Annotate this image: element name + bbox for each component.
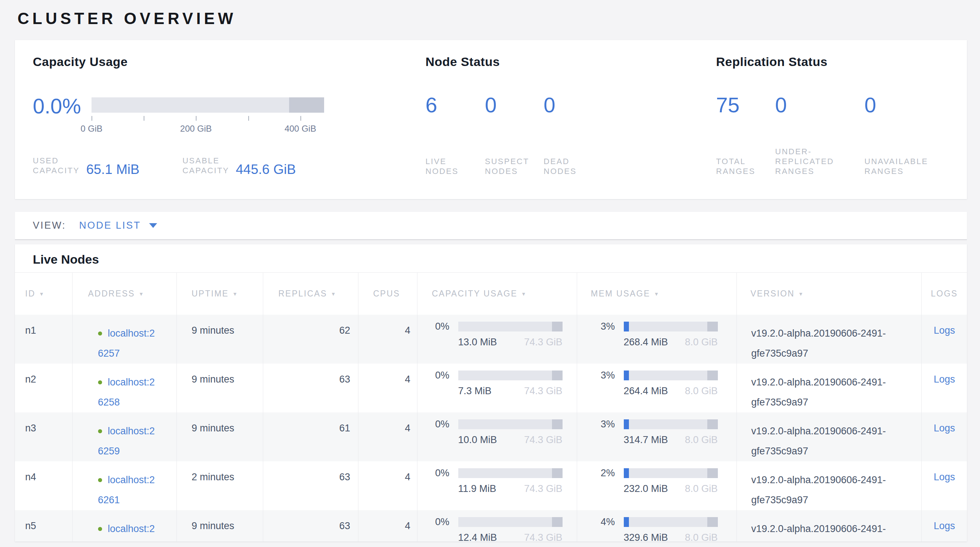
page: CLUSTER OVERVIEW Capacity Usage 0.0% 0 G… bbox=[0, 0, 980, 542]
node-logs-link[interactable]: Logs bbox=[934, 472, 955, 482]
capacity-used-value: 7.3 MiB bbox=[458, 385, 492, 397]
node-address-link[interactable]: localhost:26261 bbox=[98, 474, 155, 506]
capacity-percent-label: 0% bbox=[435, 321, 452, 332]
capacity-bar-other-segment bbox=[289, 97, 324, 113]
sort-arrow-icon[interactable]: ▼ bbox=[331, 291, 337, 297]
mem-bar-track bbox=[624, 322, 718, 331]
column-header-uptime[interactable]: UPTIME▼ bbox=[177, 273, 263, 315]
column-header-label: ADDRESS bbox=[88, 289, 135, 298]
node-address-link[interactable]: localhost:26259 bbox=[98, 426, 155, 456]
table-row: n4localhost:262612 minutes6340%11.9 MiB7… bbox=[15, 461, 967, 510]
mem-meter: 2% bbox=[601, 467, 718, 479]
node-id-cell: n4 bbox=[15, 461, 72, 510]
capacity-usage-section: Capacity Usage 0.0% 0 GiB200 GiB400 GiB … bbox=[15, 40, 425, 199]
node-cpus-cell: 4 bbox=[358, 412, 417, 461]
node-address-link[interactable]: localhost:26257 bbox=[98, 328, 155, 359]
replication-status-title: Replication Status bbox=[716, 55, 967, 69]
node-status-stat: 0SUSPECT NODES bbox=[485, 94, 544, 176]
node-capacity-usage-cell: 0%10.0 MiB74.3 GiB bbox=[417, 412, 577, 461]
axis-tick-label: 200 GiB bbox=[180, 124, 212, 134]
capacity-used-value: 13.0 MiB bbox=[458, 337, 497, 348]
node-address-link[interactable]: localhost:26262 bbox=[98, 523, 155, 542]
capacity-meter: 0% bbox=[435, 370, 563, 381]
node-capacity-usage-cell: 0%13.0 MiB74.3 GiB bbox=[417, 315, 577, 364]
mem-total-value: 8.0 GiB bbox=[685, 532, 718, 542]
sort-arrow-icon[interactable]: ▼ bbox=[799, 291, 804, 297]
view-dropdown[interactable]: NODE LIST bbox=[79, 220, 141, 231]
mem-total-value: 8.0 GiB bbox=[685, 385, 718, 397]
node-status-label: SUSPECT NODES bbox=[485, 156, 544, 176]
node-status-stats: 6LIVE NODES0SUSPECT NODES0DEAD NODES bbox=[425, 94, 716, 176]
node-status-stat: 0DEAD NODES bbox=[544, 94, 716, 176]
node-logs-link[interactable]: Logs bbox=[934, 423, 955, 434]
table-header-row: ID▼ADDRESS▼UPTIME▼REPLICAS▼CPUSCAPACITY … bbox=[15, 273, 967, 315]
replication-value: 0 bbox=[775, 94, 864, 116]
column-header-label: CAPACITY USAGE bbox=[432, 289, 518, 298]
axis-tick bbox=[144, 116, 145, 121]
mem-meter: 3% bbox=[601, 321, 718, 332]
node-version-cell: v19.2.0-alpha.20190606-2491-gfe735c9a97 bbox=[737, 364, 921, 412]
axis-tick-label: 400 GiB bbox=[285, 124, 316, 134]
mem-used-value: 329.6 MiB bbox=[624, 532, 668, 542]
node-id-cell: n3 bbox=[15, 412, 72, 461]
column-header-mem-usage[interactable]: MEM USAGE▼ bbox=[577, 273, 737, 315]
sort-arrow-icon[interactable]: ▼ bbox=[138, 291, 145, 297]
mem-bar-other-segment bbox=[707, 468, 718, 478]
column-header-logs: LOGS bbox=[921, 273, 967, 315]
capacity-bar-other-segment bbox=[552, 419, 563, 429]
replication-label: UNDER- REPLICATED RANGES bbox=[775, 146, 864, 176]
column-header-address[interactable]: ADDRESS▼ bbox=[72, 273, 177, 315]
column-header-capacity-usage[interactable]: CAPACITY USAGE▼ bbox=[417, 273, 577, 315]
used-capacity-label: USED CAPACITY bbox=[33, 156, 80, 175]
node-live-status-icon bbox=[98, 478, 102, 482]
used-capacity-value: 65.1 MiB bbox=[86, 163, 139, 175]
sort-arrow-icon[interactable]: ▼ bbox=[232, 291, 238, 297]
node-logs-cell: Logs bbox=[921, 461, 967, 510]
node-address-link[interactable]: localhost:26258 bbox=[98, 377, 155, 408]
chevron-down-icon[interactable] bbox=[149, 223, 157, 228]
mem-values: 264.4 MiB8.0 GiB bbox=[601, 385, 718, 397]
mem-percent-label: 2% bbox=[601, 467, 617, 479]
replication-value: 0 bbox=[864, 94, 967, 116]
column-header-label: ID bbox=[25, 289, 35, 298]
capacity-total-value: 74.3 GiB bbox=[524, 337, 562, 348]
node-logs-cell: Logs bbox=[921, 315, 967, 364]
mem-bar-track bbox=[624, 370, 718, 380]
capacity-usage-bar: 0 GiB200 GiB400 GiB bbox=[92, 96, 324, 135]
node-logs-link[interactable]: Logs bbox=[934, 374, 955, 385]
mem-values: 232.0 MiB8.0 GiB bbox=[601, 483, 718, 495]
capacity-bar-track bbox=[458, 419, 563, 429]
node-uptime-cell: 2 minutes bbox=[177, 461, 263, 510]
column-header-label: REPLICAS bbox=[278, 289, 328, 298]
column-header-id[interactable]: ID▼ bbox=[15, 273, 72, 315]
node-replicas-cell: 63 bbox=[263, 364, 358, 412]
mem-bar-track bbox=[624, 517, 718, 527]
sort-arrow-icon[interactable]: ▼ bbox=[654, 291, 660, 297]
sort-arrow-icon[interactable]: ▼ bbox=[521, 291, 527, 297]
node-logs-link[interactable]: Logs bbox=[934, 325, 955, 336]
mem-used-value: 232.0 MiB bbox=[624, 483, 668, 495]
sort-arrow-icon[interactable]: ▼ bbox=[39, 291, 45, 297]
column-header-version[interactable]: VERSION▼ bbox=[737, 273, 921, 315]
capacity-percent-label: 0% bbox=[435, 467, 452, 479]
node-replicas-cell: 62 bbox=[263, 315, 358, 364]
node-cpus-cell: 4 bbox=[358, 510, 417, 542]
node-logs-link[interactable]: Logs bbox=[934, 520, 955, 531]
mem-used-value: 268.4 MiB bbox=[624, 337, 668, 348]
column-header-replicas[interactable]: REPLICAS▼ bbox=[263, 273, 358, 315]
node-id-cell: n5 bbox=[15, 510, 72, 542]
node-mem-usage-cell: 4%329.6 MiB8.0 GiB bbox=[577, 510, 737, 542]
table-row: n2localhost:262589 minutes6340%7.3 MiB74… bbox=[15, 364, 967, 412]
usable-capacity-value: 445.6 GiB bbox=[236, 163, 296, 175]
node-address-cell: localhost:26258 bbox=[72, 364, 177, 412]
axis-tick bbox=[196, 116, 197, 121]
mem-percent-label: 3% bbox=[601, 321, 617, 332]
node-id-cell: n1 bbox=[15, 315, 72, 364]
node-cpus-cell: 4 bbox=[358, 315, 417, 364]
mem-used-value: 264.4 MiB bbox=[624, 385, 668, 397]
mem-values: 329.6 MiB8.0 GiB bbox=[601, 532, 718, 542]
capacity-used-value: 11.9 MiB bbox=[458, 483, 496, 495]
node-version-cell: v19.2.0-alpha.20190606-2491-gfe735c9a97 bbox=[737, 510, 921, 542]
mem-meter: 3% bbox=[601, 419, 718, 430]
node-mem-usage-cell: 2%232.0 MiB8.0 GiB bbox=[577, 461, 737, 510]
